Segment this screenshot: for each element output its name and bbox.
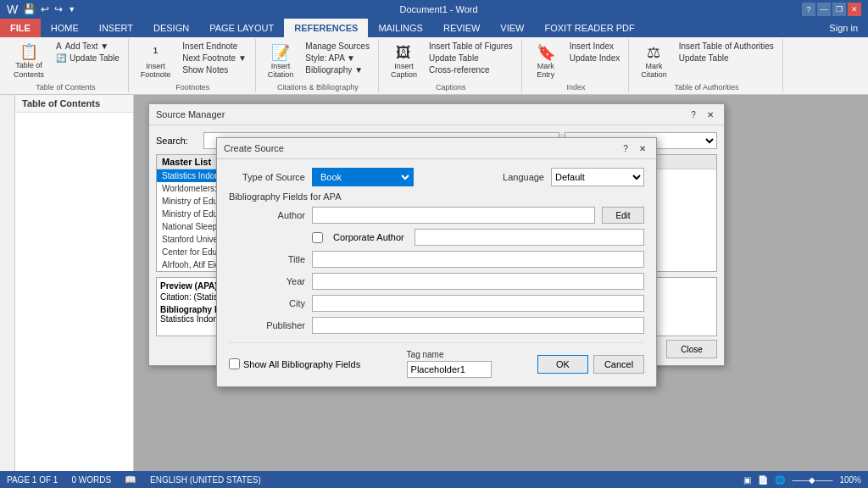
- tab-file[interactable]: FILE: [0, 19, 41, 37]
- redo-icon[interactable]: ↪: [54, 3, 63, 15]
- style-button[interactable]: Style: APA ▼: [302, 53, 373, 64]
- city-input[interactable]: [312, 295, 644, 312]
- corporate-author-label: Corporate Author: [333, 232, 404, 242]
- year-label: Year: [229, 276, 305, 286]
- tab-review[interactable]: REVIEW: [433, 19, 490, 37]
- create-source-help-button[interactable]: ?: [619, 141, 632, 155]
- group-label-footnotes: Footnotes: [136, 81, 250, 92]
- create-source-close-icon[interactable]: ✕: [636, 141, 649, 155]
- publisher-input[interactable]: [312, 317, 644, 334]
- add-text-button[interactable]: AAdd Text ▼: [53, 41, 123, 52]
- group-label-index: Index: [529, 81, 624, 92]
- insert-index-button[interactable]: Insert Index: [566, 41, 624, 52]
- manage-sources-button[interactable]: Manage Sources: [302, 41, 373, 52]
- group-label-toc: Table of Contents: [8, 81, 123, 92]
- corporate-author-checkbox[interactable]: [312, 232, 323, 243]
- tab-design[interactable]: DESIGN: [143, 19, 199, 37]
- create-source-dialog: Create Source ? ✕ Type of Source Book La…: [216, 137, 657, 387]
- update-table-toc-button[interactable]: 🔄Update Table: [53, 53, 123, 64]
- show-all-fields-label: Show All Bibliography Fields: [243, 359, 360, 369]
- group-citations: 📝 InsertCitation Manage Sources Style: A…: [258, 39, 379, 92]
- cancel-button[interactable]: Cancel: [593, 355, 644, 374]
- view-read-icon[interactable]: 📄: [758, 475, 768, 485]
- tag-name-input[interactable]: [407, 361, 492, 378]
- ok-button[interactable]: OK: [537, 355, 588, 374]
- next-footnote-button[interactable]: Next Footnote ▼: [179, 53, 250, 64]
- cross-reference-button[interactable]: Cross-reference: [426, 64, 516, 75]
- zoom-level: 100%: [839, 475, 861, 485]
- group-table-of-contents: 📋 Table ofContents AAdd Text ▼ 🔄Update T…: [3, 39, 129, 92]
- search-label: Search:: [156, 136, 198, 146]
- page-info: PAGE 1 OF 1: [7, 475, 58, 485]
- minimize-button[interactable]: —: [817, 3, 831, 16]
- tab-foxit[interactable]: FOXIT READER PDF: [534, 19, 644, 37]
- left-ruler: [0, 95, 15, 471]
- corporate-author-input[interactable]: [415, 229, 644, 246]
- show-notes-button[interactable]: Show Notes: [179, 64, 250, 75]
- title-input[interactable]: [312, 251, 644, 268]
- insert-table-authorities-button[interactable]: Insert Table of Authorities: [676, 41, 777, 52]
- language-status: ENGLISH (UNITED STATES): [150, 475, 261, 485]
- apa-fields-label: Bibliography Fields for APA: [229, 191, 644, 202]
- insert-endnote-button[interactable]: Insert Endnote: [179, 41, 250, 52]
- update-index-button[interactable]: Update Index: [566, 53, 624, 64]
- tab-view[interactable]: VIEW: [490, 19, 534, 37]
- undo-icon[interactable]: ↩: [41, 3, 49, 15]
- mark-entry-button[interactable]: 🔖 MarkEntry: [529, 41, 563, 81]
- tab-page-layout[interactable]: PAGE LAYOUT: [199, 19, 284, 37]
- view-web-icon[interactable]: 🌐: [775, 475, 785, 485]
- source-manager-title-text: Source Manager: [156, 109, 225, 119]
- insert-citation-button[interactable]: 📝 InsertCitation: [263, 41, 299, 81]
- ribbon-tabs: FILE HOME INSERT DESIGN PAGE LAYOUT REFE…: [0, 19, 868, 37]
- mark-citation-button[interactable]: ⚖ MarkCitation: [636, 41, 672, 81]
- author-edit-button[interactable]: Edit: [602, 207, 644, 224]
- toc-panel-header: Table of Contents: [15, 95, 133, 113]
- source-manager-help-button[interactable]: ?: [687, 108, 700, 121]
- view-print-icon[interactable]: ▣: [743, 475, 751, 485]
- help-button[interactable]: ?: [802, 3, 815, 16]
- tab-references[interactable]: REFERENCES: [284, 19, 368, 37]
- save-icon[interactable]: 💾: [23, 3, 36, 15]
- type-of-source-select[interactable]: Book: [312, 168, 414, 186]
- group-authorities: ⚖ MarkCitation Insert Table of Authoriti…: [631, 39, 783, 92]
- author-label: Author: [229, 210, 305, 220]
- group-footnotes: ¹ InsertFootnote Insert Endnote Next Foo…: [131, 39, 256, 92]
- zoom-slider[interactable]: ——◆——: [792, 475, 832, 485]
- window-controls: ? — ❐ ✕: [802, 3, 861, 16]
- word-count: 0 WORDS: [71, 475, 111, 485]
- group-label-citations: Citations & Bibliography: [263, 81, 373, 92]
- close-source-manager-button[interactable]: Close: [666, 340, 717, 358]
- insert-table-figures-button[interactable]: Insert Table of Figures: [426, 41, 516, 52]
- update-table-auth-button[interactable]: Update Table: [676, 53, 777, 64]
- tab-insert[interactable]: INSERT: [89, 19, 143, 37]
- publisher-label: Publisher: [229, 320, 305, 330]
- restore-button[interactable]: ❐: [832, 3, 846, 16]
- group-label-captions: Captions: [386, 81, 516, 92]
- tab-home[interactable]: HOME: [41, 19, 89, 37]
- customize-qat-icon[interactable]: ▼: [68, 5, 75, 14]
- language-select[interactable]: Default: [551, 168, 644, 186]
- bibliography-button[interactable]: Bibliography ▼: [302, 64, 373, 75]
- language-label: Language: [468, 172, 544, 182]
- city-label: City: [229, 298, 305, 308]
- show-all-fields-checkbox[interactable]: [229, 358, 240, 369]
- main-area: Table of Contents Source Manager ? ✕ Sea…: [0, 95, 868, 471]
- sign-in-button[interactable]: Sign in: [819, 19, 868, 37]
- update-table-cap-button[interactable]: Update Table: [426, 53, 516, 64]
- group-captions: 🖼 InsertCaption Insert Table of Figures …: [381, 39, 522, 92]
- group-index: 🔖 MarkEntry Insert Index Update Index In…: [524, 39, 630, 92]
- create-source-titlebar: Create Source ? ✕: [217, 138, 656, 159]
- tab-mailings[interactable]: MAILINGS: [368, 19, 433, 37]
- year-input[interactable]: [312, 273, 644, 290]
- source-manager-close-icon[interactable]: ✕: [704, 108, 717, 121]
- word-icon: W: [7, 3, 18, 16]
- author-input[interactable]: [312, 207, 595, 224]
- spell-check-icon: 📖: [125, 474, 136, 485]
- quick-access-toolbar: W 💾 ↩ ↪ ▼: [7, 3, 75, 16]
- insert-footnote-button[interactable]: ¹ InsertFootnote: [136, 41, 176, 81]
- table-of-contents-button[interactable]: 📋 Table ofContents: [8, 41, 49, 81]
- title-label: Title: [229, 254, 305, 264]
- insert-caption-button[interactable]: 🖼 InsertCaption: [386, 41, 422, 81]
- close-window-button[interactable]: ✕: [848, 3, 861, 16]
- type-of-source-label: Type of Source: [229, 172, 305, 182]
